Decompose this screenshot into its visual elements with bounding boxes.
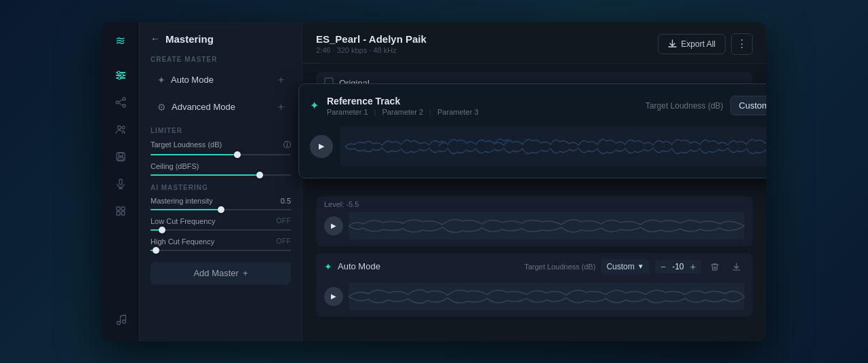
nav-mic-icon[interactable]: [110, 173, 132, 195]
ref-sep2: |: [429, 108, 433, 116]
svg-line-10: [119, 103, 123, 105]
svg-line-9: [119, 100, 123, 102]
automode-preset-label: Custom: [606, 262, 634, 271]
reference-right: Target Loudness (dB) Custom ▼ − -11.5 +: [646, 95, 766, 117]
automode-decrement-button[interactable]: −: [660, 262, 666, 271]
low-cut-freq-thumb[interactable]: [159, 227, 165, 233]
automode-stepper: − -10 +: [655, 260, 701, 273]
target-loudness-thumb[interactable]: [234, 151, 241, 158]
high-cut-freq-group: High Cut Fequency OFF: [151, 237, 291, 251]
target-loudness-group: Target Loudness (dB) ⓘ: [151, 140, 291, 155]
auto-mode-add-icon[interactable]: +: [278, 74, 284, 86]
svg-point-8: [123, 104, 125, 107]
ref-sep1: |: [374, 108, 378, 116]
export-all-label: Export All: [681, 39, 715, 49]
limiter-label: LIMITER: [151, 127, 291, 134]
nav-save-icon[interactable]: [110, 146, 132, 168]
svg-line-27: [120, 315, 125, 316]
advanced-mode-add-icon[interactable]: +: [278, 101, 284, 113]
low-cut-freq-track[interactable]: [151, 229, 291, 231]
automode-icon: ✦: [324, 261, 332, 272]
ceiling-track[interactable]: [151, 174, 291, 176]
more-icon: ⋮: [736, 37, 747, 50]
advanced-mode-btn[interactable]: ⚙ Advanced Mode +: [151, 96, 291, 119]
automode-controls: Target Loudness (dB) Custom ▼ − -10 +: [524, 259, 745, 275]
ceiling-label: Ceiling (dBFS): [151, 162, 199, 170]
auto-mode-icon: ✦: [157, 75, 165, 85]
add-icon: +: [243, 268, 248, 278]
nav-grid-icon[interactable]: [110, 200, 132, 222]
automode-preset-dropdown[interactable]: Custom ▼: [601, 259, 649, 274]
advanced-mode-label: Advanced Mode: [172, 102, 235, 112]
more-options-button[interactable]: ⋮: [731, 33, 753, 55]
nav-mastering-icon[interactable]: [110, 64, 132, 86]
svg-rect-19: [117, 207, 120, 210]
svg-point-23: [117, 321, 120, 324]
automode-name: Auto Mode: [338, 261, 380, 271]
svg-point-11: [117, 126, 121, 129]
low-cut-freq-value: OFF: [277, 217, 292, 225]
app-logo: ≋: [115, 33, 125, 48]
low-cut-freq-group: Low Cut Frequency OFF: [151, 217, 291, 231]
reference-play-button[interactable]: ▶: [310, 135, 333, 158]
high-cut-freq-label: High Cut Fequency: [151, 237, 214, 246]
target-loudness-track[interactable]: [151, 154, 291, 155]
reference-track-overlay: ✦ Reference Track Parameter 1 | Paramete…: [298, 83, 766, 178]
automode-play-button[interactable]: ▶: [324, 287, 343, 306]
target-loudness-label: Target Loudness (dB): [151, 140, 222, 149]
main-content: ES_Pearl - Adelyn Paik 2:46 · 320 kbps ·…: [302, 22, 766, 341]
auto-mode-btn[interactable]: ✦ Auto Mode +: [151, 69, 291, 92]
export-all-button[interactable]: Export All: [658, 34, 726, 54]
reference-track-area: ▶: [310, 126, 766, 167]
svg-point-4: [121, 74, 123, 77]
chevron-down-icon: ▼: [637, 263, 644, 270]
ref-param1: Parameter 1: [327, 108, 368, 116]
high-cut-freq-thumb[interactable]: [153, 247, 159, 254]
automode-waveform: [349, 283, 745, 310]
nav-share-icon[interactable]: [110, 92, 132, 113]
ceiling-thumb[interactable]: [256, 172, 263, 178]
nav-music-icon[interactable]: [110, 309, 132, 330]
automode-download-button[interactable]: [728, 259, 745, 275]
target-loudness-info: ⓘ: [283, 140, 291, 150]
track-meta: 2:46 · 320 kbps · 48 kHz: [316, 46, 427, 54]
automode-increment-button[interactable]: +: [690, 262, 696, 271]
mastering-intensity-thumb[interactable]: [218, 206, 224, 213]
automode-loudness-label: Target Loudness (dB): [524, 263, 595, 271]
top-bar: ES_Pearl - Adelyn Paik 2:46 · 320 kbps ·…: [302, 22, 766, 64]
panel-title: Mastering: [165, 33, 214, 45]
nav-users-icon[interactable]: [110, 119, 132, 140]
ai-mastering-label: AI MASTERING: [151, 184, 291, 191]
svg-rect-16: [119, 179, 122, 185]
mastering-intensity-track[interactable]: [151, 209, 291, 210]
ceiling-fill: [151, 174, 260, 176]
reference-track-icon: ✦: [310, 99, 319, 112]
mastering-intensity-group: Mastering intensity 0.5: [151, 197, 291, 210]
svg-point-7: [116, 101, 119, 104]
reference-preset-dropdown[interactable]: Custom ▼: [730, 96, 766, 115]
back-button[interactable]: ←: [151, 33, 160, 44]
svg-point-12: [122, 126, 125, 129]
track-info: ES_Pearl - Adelyn Paik 2:46 · 320 kbps ·…: [316, 33, 427, 54]
top-actions: Export All ⋮: [658, 33, 753, 55]
track-name: ES_Pearl - Adelyn Paik: [316, 33, 427, 45]
automode-delete-button[interactable]: [707, 259, 723, 275]
reference-track-title: Reference Track: [327, 96, 479, 107]
low-cut-freq-label: Low Cut Frequency: [151, 217, 215, 225]
add-master-button[interactable]: Add Master +: [151, 262, 291, 284]
ceiling-group: Ceiling (dBFS): [151, 162, 291, 176]
automode-track-row: ✦ Auto Mode Target Loudness (dB) Custom …: [316, 253, 753, 280]
mastering-intensity-value: 0.5: [281, 197, 291, 205]
svg-rect-20: [121, 207, 125, 210]
panel-header: ← Mastering: [151, 33, 291, 45]
high-cut-freq-track[interactable]: [151, 250, 291, 251]
automode-value: -10: [670, 262, 686, 271]
reference-header: ✦ Reference Track Parameter 1 | Paramete…: [310, 95, 766, 117]
level-play-button[interactable]: ▶: [324, 216, 343, 235]
target-loudness-fill: [151, 154, 237, 155]
create-master-label: CREATE MASTER: [151, 56, 291, 63]
reference-track-params: Parameter 1 | Parameter 2 | Parameter 3: [327, 108, 479, 116]
reference-waveform: [340, 126, 766, 167]
nav-bar: ≋: [102, 22, 140, 341]
automode-track-card: ✦ Auto Mode Target Loudness (dB) Custom …: [316, 253, 753, 317]
